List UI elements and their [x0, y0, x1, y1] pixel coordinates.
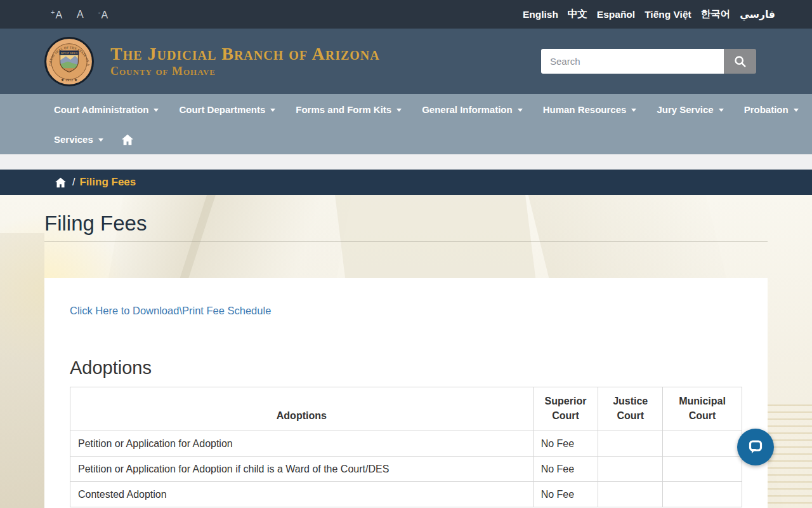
live-chat-button[interactable]: [737, 429, 774, 465]
content-card: Click Here to Download\Print Fee Schedul…: [44, 278, 768, 508]
font-reset-button[interactable]: A: [77, 10, 84, 20]
chevron-down-icon: [154, 109, 159, 112]
nav-label: Court Departments: [179, 104, 265, 115]
chevron-down-icon: [719, 109, 724, 112]
language-switcher: English 中文 Español Tiếng Việt 한국어 فارسي: [523, 8, 775, 21]
breadcrumb-separator: /: [72, 177, 75, 188]
fee-superior-court: No Fee: [533, 482, 598, 507]
adoptions-fees-table: Adoptions Superior Court Justice Court M…: [70, 387, 742, 507]
font-size-controls: +A A -A: [51, 9, 108, 20]
nav-label: Jury Service: [657, 104, 713, 115]
main-region: Filing Fees Click Here to Download\Print…: [0, 195, 812, 508]
table-row: Petition or Application for Adoption No …: [70, 431, 742, 457]
fee-justice-court: [598, 457, 663, 482]
font-increase-label: A: [55, 10, 62, 20]
fee-municipal-court: [663, 457, 742, 482]
seal-motto: DITAT DEUS: [61, 51, 78, 55]
plus-sign: +: [51, 8, 55, 16]
nav-label: General Information: [422, 104, 513, 115]
nav-label: Probation: [744, 104, 789, 115]
column-header-superior-court: Superior Court: [533, 387, 598, 431]
search-icon: [733, 55, 747, 69]
font-increase-button[interactable]: +A: [51, 9, 62, 20]
nav-label: Services: [54, 134, 93, 145]
lang-chinese[interactable]: 中文: [568, 8, 587, 21]
table-header: Adoptions Superior Court Justice Court M…: [70, 387, 742, 431]
fee-justice-court: [598, 482, 663, 507]
lang-english[interactable]: English: [523, 9, 558, 20]
divider-strip: [0, 154, 812, 170]
fee-municipal-court: [663, 431, 742, 457]
main-navigation: Court Administration Court Departments F…: [0, 94, 812, 154]
nav-probation[interactable]: Probation: [744, 104, 799, 115]
brand: GREAT SEAL OF THE STATE OF ARIZONA DITAT…: [44, 37, 380, 86]
chevron-down-icon: [270, 109, 275, 112]
minus-sign: -: [98, 8, 101, 16]
chevron-down-icon: [518, 109, 523, 112]
nav-general-information[interactable]: General Information: [422, 104, 523, 115]
fee-schedule-download-link[interactable]: Click Here to Download\Print Fee Schedul…: [70, 305, 271, 316]
nav-label: Human Resources: [543, 104, 627, 115]
table-header-row: Adoptions Superior Court Justice Court M…: [70, 387, 742, 431]
lang-spanish[interactable]: Español: [597, 9, 635, 20]
nav-forms-and-form-kits[interactable]: Forms and Form Kits: [296, 104, 402, 115]
nav-row-2: Services: [54, 124, 812, 154]
nav-court-administration[interactable]: Court Administration: [54, 104, 159, 115]
page-title: Filing Fees: [44, 211, 768, 236]
fee-justice-court: [598, 431, 663, 457]
lang-vietnamese[interactable]: Tiếng Việt: [645, 9, 691, 20]
search-button[interactable]: [724, 49, 756, 74]
column-header-justice-court: Justice Court: [598, 387, 663, 431]
lang-korean[interactable]: 한국어: [701, 8, 731, 21]
chat-bubble-icon: [747, 438, 764, 456]
page-header: Filing Fees: [0, 195, 812, 242]
site-search: [541, 49, 756, 74]
chevron-down-icon: [98, 138, 103, 142]
breadcrumb-current-page: Filing Fees: [79, 176, 136, 189]
table-row: Petition or Application for Adoption if …: [70, 457, 742, 482]
breadcrumb-home-link[interactable]: [55, 177, 67, 188]
nav-jury-service[interactable]: Jury Service: [657, 104, 723, 115]
font-decrease-label: A: [101, 10, 108, 20]
fee-description: Petition or Application for Adoption if …: [70, 457, 534, 482]
home-icon: [55, 177, 67, 188]
font-decrease-button[interactable]: -A: [98, 9, 108, 20]
background-building-texture: [766, 404, 812, 508]
nav-row-1: Court Administration Court Departments F…: [54, 94, 812, 124]
seal-year: ★ 1912 ★: [61, 77, 78, 81]
fee-description: Contested Adoption: [70, 482, 534, 507]
search-input[interactable]: [541, 49, 724, 74]
font-reset-label: A: [77, 9, 84, 20]
column-header-adoptions: Adoptions: [70, 387, 534, 431]
brand-text: The Judicial Branch of Arizona County of…: [110, 44, 380, 78]
site-title: The Judicial Branch of Arizona: [110, 44, 380, 63]
chevron-down-icon: [631, 109, 636, 112]
arizona-state-seal-logo: GREAT SEAL OF THE STATE OF ARIZONA DITAT…: [44, 37, 94, 86]
fee-municipal-court: [663, 482, 742, 507]
fee-description: Petition or Application for Adoption: [70, 431, 534, 457]
fee-superior-court: No Fee: [533, 457, 598, 482]
column-header-municipal-court: Municipal Court: [663, 387, 742, 431]
title-divider: [44, 241, 768, 242]
lang-farsi[interactable]: فارسي: [740, 9, 775, 20]
chevron-down-icon: [396, 109, 402, 112]
nav-human-resources[interactable]: Human Resources: [543, 104, 637, 115]
site-subtitle: County of Mohave: [110, 65, 380, 78]
utility-bar: +A A -A English 中文 Español Tiếng Việt 한국…: [0, 0, 812, 29]
nav-home-button[interactable]: [121, 134, 134, 145]
site-header: GREAT SEAL OF THE STATE OF ARIZONA DITAT…: [0, 29, 812, 94]
breadcrumb: / Filing Fees: [0, 170, 812, 195]
home-icon: [121, 134, 134, 145]
nav-services[interactable]: Services: [54, 134, 103, 145]
table-row: Contested Adoption No Fee: [70, 482, 742, 507]
section-heading-adoptions: Adoptions: [70, 358, 742, 378]
fee-superior-court: No Fee: [533, 431, 598, 457]
background-building-edge: [0, 233, 44, 508]
nav-label: Court Administration: [54, 104, 148, 115]
nav-court-departments[interactable]: Court Departments: [179, 104, 275, 115]
nav-label: Forms and Form Kits: [296, 104, 391, 115]
download-link-row: Click Here to Download\Print Fee Schedul…: [70, 305, 742, 317]
chevron-down-icon: [794, 109, 799, 112]
table-body: Petition or Application for Adoption No …: [70, 431, 742, 507]
page-root: +A A -A English 中文 Español Tiếng Việt 한국…: [0, 0, 812, 508]
